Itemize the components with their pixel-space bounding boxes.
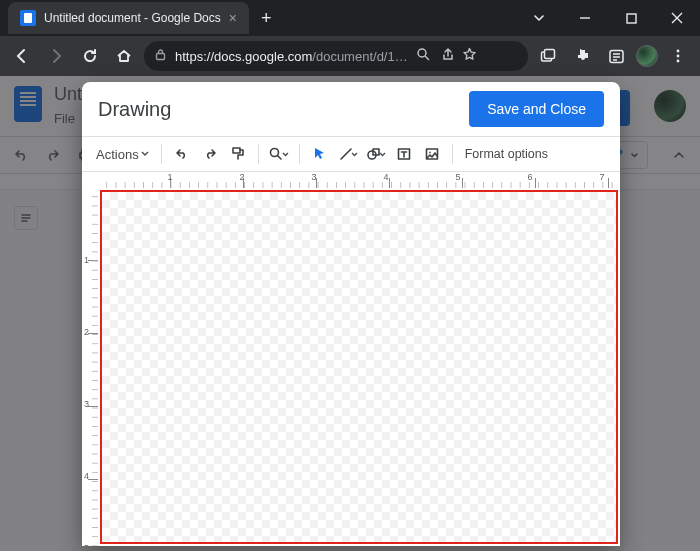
browser-menu-icon[interactable] xyxy=(664,42,692,70)
profile-avatar[interactable] xyxy=(636,45,658,67)
window-titlebar: Untitled document - Google Docs × + xyxy=(0,0,700,36)
svg-point-7 xyxy=(677,55,680,58)
redo-button[interactable] xyxy=(198,142,222,166)
url-path: /document/d/1… xyxy=(312,49,407,64)
close-tab-icon[interactable]: × xyxy=(229,11,237,25)
address-bar[interactable]: https://docs.google.com/document/d/1… xyxy=(144,41,528,71)
lock-icon xyxy=(154,48,167,64)
ruler-tick: 5 xyxy=(84,543,89,546)
shape-tool[interactable] xyxy=(364,142,388,166)
actions-menu[interactable]: Actions xyxy=(92,144,153,165)
url-host: https://docs.google.com xyxy=(175,49,312,64)
zoom-tool[interactable] xyxy=(267,142,291,166)
browser-toolbar: https://docs.google.com/document/d/1… xyxy=(0,36,700,76)
svg-point-2 xyxy=(418,49,426,57)
url-text: https://docs.google.com/document/d/1… xyxy=(175,49,408,64)
ruler-tick: 4 xyxy=(84,471,89,481)
svg-point-18 xyxy=(429,152,431,154)
toolbar-separator xyxy=(452,144,453,164)
tab-title: Untitled document - Google Docs xyxy=(44,11,221,25)
toolbar-separator xyxy=(161,144,162,164)
line-tool[interactable] xyxy=(336,142,360,166)
ruler-tick: 1 xyxy=(167,172,172,182)
toolbar-separator xyxy=(258,144,259,164)
save-and-close-button[interactable]: Save and Close xyxy=(469,91,604,127)
extensions-icon[interactable] xyxy=(568,42,596,70)
ruler-tick: 6 xyxy=(527,172,532,182)
tab-manager-icon[interactable] xyxy=(534,42,562,70)
drawing-horizontal-ruler: 1 2 3 4 5 6 7 xyxy=(98,172,620,188)
reading-list-icon[interactable] xyxy=(602,42,630,70)
drawing-canvas[interactable] xyxy=(100,190,618,544)
select-tool[interactable] xyxy=(308,142,332,166)
new-tab-button[interactable]: + xyxy=(261,8,272,29)
ruler-tick: 1 xyxy=(84,255,89,265)
svg-rect-4 xyxy=(544,49,554,58)
window-maximize-button[interactable] xyxy=(608,0,654,36)
back-button[interactable] xyxy=(8,42,36,70)
ruler-tick: 4 xyxy=(383,172,388,182)
browser-tab[interactable]: Untitled document - Google Docs × xyxy=(8,2,249,34)
ruler-tick: 3 xyxy=(84,399,89,409)
zoom-icon[interactable] xyxy=(416,47,431,65)
window-close-button[interactable] xyxy=(654,0,700,36)
drawing-dialog: Drawing Save and Close Actions Format op… xyxy=(82,82,620,546)
forward-button[interactable] xyxy=(42,42,70,70)
ruler-tick: 2 xyxy=(84,327,89,337)
ruler-tick: 3 xyxy=(311,172,316,182)
home-button[interactable] xyxy=(110,42,138,70)
bookmark-icon[interactable] xyxy=(462,47,477,65)
paint-format-button[interactable] xyxy=(226,142,250,166)
drawing-workspace: 1 2 3 4 5 6 7 1 2 3 4 5 xyxy=(82,172,620,546)
svg-point-6 xyxy=(677,50,680,53)
undo-button[interactable] xyxy=(170,142,194,166)
svg-rect-1 xyxy=(157,54,165,60)
textbox-tool[interactable] xyxy=(392,142,416,166)
ruler-tick: 7 xyxy=(599,172,604,182)
docs-favicon-icon xyxy=(20,10,36,26)
ruler-tick: 5 xyxy=(455,172,460,182)
share-url-icon[interactable] xyxy=(439,47,454,65)
ruler-tick: 2 xyxy=(239,172,244,182)
image-tool[interactable] xyxy=(420,142,444,166)
drawing-vertical-ruler: 1 2 3 4 5 xyxy=(82,188,98,546)
svg-rect-12 xyxy=(233,148,240,153)
window-minimize-button[interactable] xyxy=(562,0,608,36)
drawing-toolbar: Actions Format options xyxy=(82,136,620,172)
tabs-dropdown-icon[interactable] xyxy=(516,0,562,36)
toolbar-separator xyxy=(299,144,300,164)
svg-rect-0 xyxy=(627,14,636,23)
svg-point-8 xyxy=(677,60,680,63)
format-options-button[interactable]: Format options xyxy=(461,147,552,161)
drawing-title: Drawing xyxy=(98,98,171,121)
reload-button[interactable] xyxy=(76,42,104,70)
